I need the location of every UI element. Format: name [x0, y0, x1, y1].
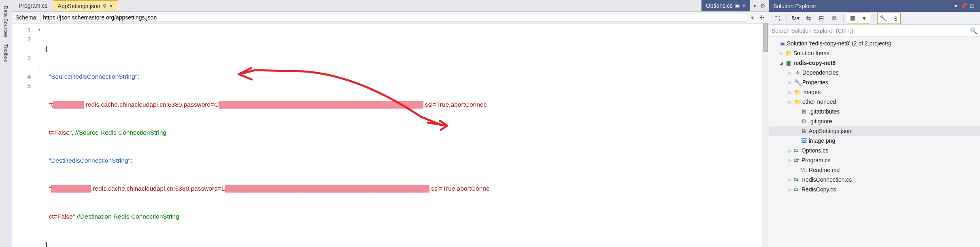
csharp-file-icon: C#	[793, 158, 801, 163]
close-icon[interactable]: ✕	[742, 3, 746, 9]
expander-icon[interactable]	[787, 187, 793, 192]
expander-icon[interactable]	[787, 148, 793, 153]
tab-label: AppSettings.json	[58, 3, 100, 9]
tree-node-gitattributes[interactable]: 🗎 .gitattributes	[769, 107, 980, 116]
redacted-text: ████████████████████████████████████████…	[225, 185, 429, 192]
window-menu-icon[interactable]: ▾	[952, 3, 960, 9]
editor-area: Program.cs AppSettings.json ⚲ ✕ Options.…	[12, 0, 769, 247]
tree-label: Solution 'redis-copy-net8' (2 of 2 proje…	[786, 40, 891, 47]
split-editor-icon[interactable]: ✢	[758, 14, 765, 21]
tree-node-program-cs[interactable]: C# Program.cs	[769, 155, 980, 165]
left-tool-rail: Data Sources Toolbox	[0, 0, 12, 247]
expander-icon[interactable]	[787, 80, 793, 85]
csharp-file-icon: C#	[793, 177, 801, 183]
tree-label: Properties	[801, 79, 828, 86]
csharp-file-icon: C#	[793, 148, 801, 153]
tabstrip-tools: ▾ ⚙	[750, 0, 769, 11]
maximize-icon[interactable]: □	[968, 3, 976, 9]
vertical-scrollbar[interactable]	[762, 24, 769, 247]
tree-node-solution[interactable]: ▣ Solution 'redis-copy-net8' (2 of 2 pro…	[769, 39, 980, 48]
expander-icon[interactable]	[778, 61, 784, 65]
sync-with-active-icon[interactable]: ⊟	[816, 13, 827, 24]
solution-explorer-panel: Solution Explorer ▾ 📌 □ ⬚ ↻▾ ⇆ ⊟ ⧉ ▦ ▾ 🔧…	[769, 0, 980, 247]
comment-dest: //Destination Redis ConnectionString	[77, 213, 179, 220]
file-icon: 🗎	[800, 118, 808, 125]
tree-node-other-noneed-folder[interactable]: 📁 other-noneed	[769, 97, 980, 107]
scrollbar-thumb[interactable]	[763, 24, 768, 52]
solution-tree[interactable]: ▣ Solution 'redis-copy-net8' (2 of 2 pro…	[769, 37, 980, 247]
promote-tab-icon[interactable]: ▣	[735, 3, 740, 9]
tree-node-options-cs[interactable]: C# Options.cs	[769, 146, 980, 155]
tree-label: Options.cs	[801, 147, 828, 154]
document-tabstrip: Program.cs AppSettings.json ⚲ ✕ Options.…	[12, 0, 769, 12]
tab-label: Program.cs	[19, 2, 48, 9]
panel-titlebar: Solution Explorer ▾ 📌 □	[769, 0, 980, 12]
expander-icon[interactable]	[787, 158, 793, 163]
tree-label: redis-copy-net8	[793, 60, 835, 66]
redacted-text: ████████████████████████████████████████…	[219, 101, 423, 108]
rail-data-sources[interactable]: Data Sources	[3, 2, 9, 41]
fold-column: ▾ ││││	[36, 24, 43, 247]
expander-icon[interactable]	[787, 100, 793, 104]
tab-overflow-menu[interactable]: ▾	[753, 2, 756, 9]
tree-node-properties[interactable]: 🔧 Properties	[769, 77, 980, 87]
switch-views-icon[interactable]: ↻▾	[790, 13, 801, 24]
home-icon[interactable]: ⬚	[772, 13, 783, 24]
tree-label: Program.cs	[801, 157, 831, 163]
tree-label: .gitignore	[808, 118, 832, 125]
solution-icon: ▣	[778, 40, 786, 47]
expander-icon[interactable]	[787, 178, 793, 182]
tree-node-rediscopy-cs[interactable]: C# RedisCopy.cs	[769, 185, 980, 194]
schema-url-input[interactable]	[40, 13, 746, 22]
tab-appsettings-json[interactable]: AppSettings.json ⚲ ✕	[53, 0, 118, 11]
tree-label: Readme.md	[808, 167, 840, 173]
view-dropdown-icon[interactable]: ▾	[859, 13, 870, 24]
expander-icon[interactable]	[787, 71, 793, 75]
brace-open: {	[45, 45, 47, 52]
solution-explorer-toolbar: ⬚ ↻▾ ⇆ ⊟ ⧉ ▦ ▾ 🔧 ⎘	[769, 12, 980, 25]
search-icon[interactable]: 🔍	[970, 27, 978, 34]
tree-node-appsettings-json[interactable]: 🗎 AppSettings.json	[769, 126, 980, 136]
tree-node-dependencies[interactable]: ፨ Dependencies	[769, 68, 980, 77]
search-input[interactable]	[772, 28, 970, 34]
folder-icon: 📁	[784, 50, 793, 56]
tree-label: .gitattributes	[808, 108, 840, 115]
image-file-icon: 🖼	[800, 137, 808, 144]
auto-hide-pin-icon[interactable]: 📌	[960, 3, 968, 9]
tab-program-cs[interactable]: Program.cs	[14, 0, 53, 11]
preview-selected-icon[interactable]: ⎘	[889, 13, 900, 24]
tree-node-project[interactable]: ▣ redis-copy-net8	[769, 58, 980, 68]
code-editor[interactable]: 1 2 3 4 5 ▾ ││││ { "SourceRedisConnectio…	[12, 24, 769, 247]
tab-options-cs-preview[interactable]: Options.cs ▣ ✕	[702, 0, 750, 11]
code-content[interactable]: { "SourceRedisConnectionString": "t█████…	[43, 24, 762, 247]
gear-icon[interactable]: ⚙	[760, 2, 765, 9]
tree-node-images-folder[interactable]: 📁 images	[769, 87, 980, 97]
tree-node-gitignore[interactable]: 🗎 .gitignore	[769, 116, 980, 126]
folder-icon: 📁	[793, 89, 801, 95]
schema-dropdown-icon[interactable]: ▾	[748, 14, 756, 21]
properties-icon[interactable]: 🔧	[878, 13, 889, 24]
wrench-icon: 🔧	[793, 79, 801, 86]
collapse-all-icon[interactable]: ⧉	[829, 13, 840, 24]
tree-node-redisconnection-cs[interactable]: C# RedisConnection.cs	[769, 175, 980, 185]
rail-toolbox[interactable]: Toolbox	[3, 41, 9, 66]
close-icon[interactable]: ✕	[109, 3, 113, 9]
tree-label: image.png	[808, 137, 835, 144]
pending-changes-filter-icon[interactable]: ⇆	[803, 13, 814, 24]
json-schema-bar: Schema: ▾ ✢	[12, 12, 769, 24]
show-all-files-icon[interactable]: ▦	[847, 13, 859, 24]
tree-label: Solution Items	[793, 50, 829, 56]
tree-node-readme-md[interactable]: M↓ Readme.md	[769, 165, 980, 175]
expander-icon[interactable]	[778, 51, 784, 56]
panel-title-text: Solution Explorer	[773, 3, 816, 9]
tree-label: AppSettings.json	[808, 128, 851, 134]
tree-label: other-noneed	[801, 99, 836, 105]
tree-node-image-png[interactable]: 🖼 image.png	[769, 136, 980, 146]
tree-node-solution-items[interactable]: 📁 Solution Items	[769, 48, 980, 58]
redacted-text: ███████	[53, 101, 84, 108]
comment-source: //Source Redis ConnectionString	[75, 129, 166, 136]
line-number-gutter: 1 2 3 4 5	[12, 24, 36, 247]
csharp-file-icon: C#	[793, 187, 801, 192]
pin-icon[interactable]: ⚲	[103, 3, 106, 9]
expander-icon[interactable]	[787, 90, 793, 95]
